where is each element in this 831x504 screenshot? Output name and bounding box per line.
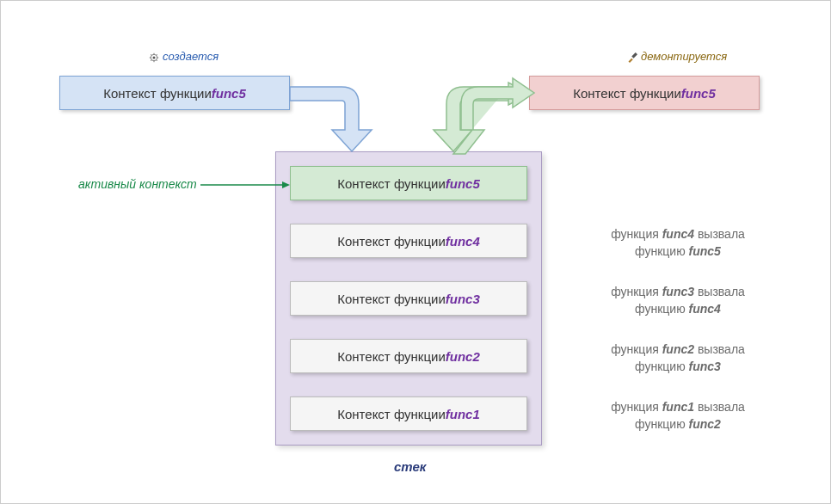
context-prefix: Контекст функции — [337, 234, 446, 249]
stack-item: Контекст функции func2 — [290, 339, 527, 373]
active-context-label: активный контекст — [78, 177, 197, 191]
stack-item-active: Контекст функции func5 — [290, 166, 527, 200]
context-prefix: Контекст функции — [573, 86, 681, 101]
call-description: функция func2 вызвала функцию func3 — [579, 341, 777, 375]
dismounted-label: демонтируется — [627, 50, 727, 63]
stack-item: Контекст функции func4 — [290, 224, 527, 258]
context-funcname: func1 — [446, 407, 480, 421]
context-funcname: func5 — [681, 86, 716, 101]
svg-point-1 — [153, 56, 156, 58]
context-prefix: Контекст функции — [337, 407, 446, 421]
call-description: функция func1 вызвала функцию func2 — [579, 399, 777, 433]
call-description: функция func3 вызвала функцию func4 — [579, 284, 777, 317]
context-box-created: Контекст функции func5 — [59, 76, 290, 110]
context-prefix: Контекст функции — [337, 349, 446, 364]
created-label: создается — [149, 50, 219, 63]
arrow-active-pointer — [200, 178, 293, 192]
stack-item: Контекст функции func3 — [290, 281, 527, 316]
context-funcname: func3 — [446, 292, 480, 306]
stack-item: Контекст функции func1 — [290, 396, 527, 431]
context-prefix: Контекст функции — [103, 86, 212, 101]
context-box-dismounted: Контекст функции func5 — [529, 76, 760, 110]
gear-icon — [149, 52, 159, 63]
context-funcname: func2 — [446, 349, 480, 364]
stack-label: стек — [394, 459, 426, 474]
context-prefix: Контекст функции — [337, 176, 446, 191]
svg-marker-3 — [282, 181, 290, 188]
call-description: функция func4 вызвала функцию func5 — [579, 226, 777, 260]
context-funcname: func5 — [212, 86, 246, 101]
hammer-icon — [627, 52, 637, 63]
arrow-push — [290, 83, 393, 160]
context-funcname: func4 — [446, 234, 480, 249]
arrow-pop-overlay — [435, 77, 547, 158]
context-funcname: func5 — [446, 176, 480, 191]
context-prefix: Контекст функции — [337, 292, 446, 306]
